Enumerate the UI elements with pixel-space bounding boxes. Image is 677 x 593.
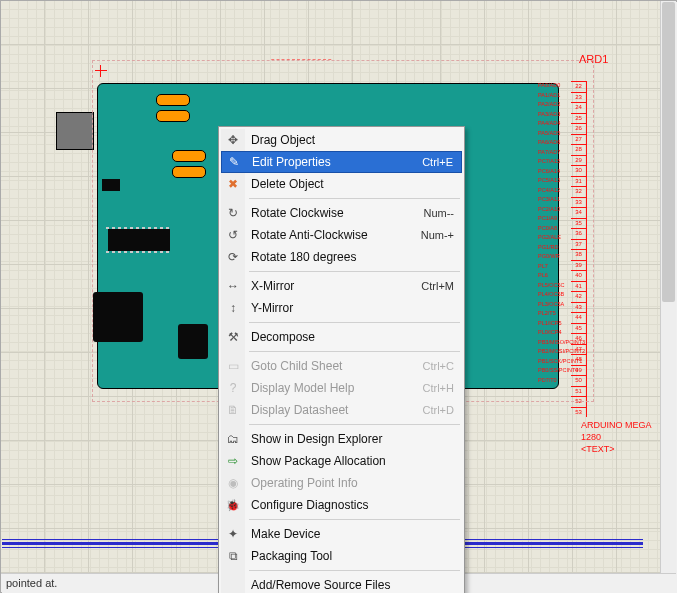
menu-item-label: Display Datasheet (251, 403, 423, 417)
menu-item-packaging-tool[interactable]: ⧉Packaging Tool (221, 545, 462, 567)
menu-item-x-mirror[interactable]: ↔X-MirrorCtrl+M (221, 275, 462, 297)
pin-label: PC1/A9 (538, 214, 573, 224)
menu-item-label: Drag Object (251, 133, 454, 147)
menu-item-shortcut: Ctrl+D (423, 404, 454, 416)
help-icon: ? (225, 380, 241, 396)
pin-labels-right: PA0/AD0PA1/AD1PA2/AD2PA3/AD3PA4/AD4PA5/A… (538, 81, 573, 389)
pin-number: 53 (571, 407, 587, 418)
scrollbar-thumb[interactable] (662, 2, 675, 302)
pin-label: PA0/AD0 (538, 81, 573, 91)
move-icon: ✥ (225, 132, 241, 148)
pin-label: PA4/AD4 (538, 119, 573, 129)
menu-item-label: Add/Remove Source Files (251, 578, 454, 592)
pin-number: 47 (571, 344, 587, 355)
pin-number: 49 (571, 365, 587, 376)
menu-item-rotate-180-degrees[interactable]: ⟳Rotate 180 degrees (221, 246, 462, 268)
make-icon: ✦ (225, 526, 241, 542)
pin-label: PG0/WR (538, 252, 573, 262)
part-name: ARDUINO MEGA 1280 (581, 419, 660, 443)
blank-icon (225, 577, 241, 593)
menu-separator (249, 570, 460, 571)
pin-number: 35 (571, 218, 587, 229)
info-icon: ◉ (225, 475, 241, 491)
top-pin-marks: ~ ~ ~ ~ ~ ~ ~ ~ ~ ~ ~ ~ (271, 56, 331, 62)
pin-label: PA1/AD1 (538, 91, 573, 101)
menu-item-show-package-allocation[interactable]: ⇨Show Package Allocation (221, 450, 462, 472)
menu-item-edit-properties[interactable]: ✎Edit PropertiesCtrl+E (221, 151, 462, 173)
pin-number: 41 (571, 281, 587, 292)
pin-label: PB2/MOSI/PCINT2 (538, 347, 573, 357)
menu-item-label: Configure Diagnostics (251, 498, 454, 512)
hammer-icon: ⚒ (225, 329, 241, 345)
menu-separator (249, 198, 460, 199)
menu-item-operating-point-info: ◉Operating Point Info (221, 472, 462, 494)
pin-number: 36 (571, 228, 587, 239)
menu-item-shortcut: Ctrl+C (423, 360, 454, 372)
bug-icon: 🐞 (225, 497, 241, 513)
vertical-scrollbar[interactable] (660, 1, 676, 573)
menu-item-y-mirror[interactable]: ↕Y-Mirror (221, 297, 462, 319)
pin-label: PL0/ICP4 (538, 328, 573, 338)
pin-number: 43 (571, 302, 587, 313)
menu-separator (249, 519, 460, 520)
menu-item-decompose[interactable]: ⚒Decompose (221, 326, 462, 348)
menu-item-add-remove-source-files[interactable]: Add/Remove Source Files (221, 574, 462, 593)
menu-item-label: Display Model Help (251, 381, 423, 395)
pin-number: 48 (571, 354, 587, 365)
menu-item-rotate-anti-clockwise[interactable]: ↺Rotate Anti-ClockwiseNum-+ (221, 224, 462, 246)
pin-label: PC6/A14 (538, 167, 573, 177)
pin-label: PG2/ALE (538, 233, 573, 243)
pin-label: PG1/RD (538, 243, 573, 253)
menu-item-shortcut: Ctrl+M (421, 280, 454, 292)
menu-item-label: X-Mirror (251, 279, 421, 293)
context-menu[interactable]: ✥Drag Object✎Edit PropertiesCtrl+E✖Delet… (218, 126, 465, 593)
menu-item-configure-diagnostics[interactable]: 🐞Configure Diagnostics (221, 494, 462, 516)
pin-label: PL5/OC5C (538, 281, 573, 291)
ic-1 (108, 229, 170, 251)
pin-number: 27 (571, 134, 587, 145)
usb-connector (56, 112, 94, 150)
pin-label: PB3/MISO/PCINT3 (538, 338, 573, 348)
pin-number: 24 (571, 102, 587, 113)
pin-label: PL7 (538, 262, 573, 272)
package2-icon: ⧉ (225, 548, 241, 564)
pin-number: 50 (571, 375, 587, 386)
pin-label: PA6/AD6 (538, 138, 573, 148)
pin-number: 22 (571, 81, 587, 92)
menu-item-show-in-design-explorer[interactable]: 🗂Show in Design Explorer (221, 428, 462, 450)
child-icon: ▭ (225, 358, 241, 374)
pin-label: PL2/T5 (538, 309, 573, 319)
menu-item-rotate-clockwise[interactable]: ↻Rotate ClockwiseNum-- (221, 202, 462, 224)
pin-number: 40 (571, 270, 587, 281)
pin-label: PC2/A10 (538, 205, 573, 215)
datasheet-icon: 🗎 (225, 402, 241, 418)
menu-item-label: Rotate Anti-Clockwise (251, 228, 421, 242)
status-text: pointed at. (6, 577, 57, 589)
cap-1 (156, 94, 190, 106)
package-icon: ⇨ (225, 453, 241, 469)
pin-label: PC5/A13 (538, 176, 573, 186)
pin-number: 44 (571, 312, 587, 323)
pin-numbers-right: 2223242526272829303132333435363738394041… (571, 81, 587, 417)
edit-icon: ✎ (226, 154, 242, 170)
pin-number: 26 (571, 123, 587, 134)
menu-item-label: Show in Design Explorer (251, 432, 454, 446)
pin-label: PC3/A11 (538, 195, 573, 205)
pin-label: PA3/AD3 (538, 110, 573, 120)
pin-number: 34 (571, 207, 587, 218)
menu-item-shortcut: Num-+ (421, 229, 454, 241)
origin-marker (95, 65, 107, 77)
menu-item-delete-object[interactable]: ✖Delete Object (221, 173, 462, 195)
pin-label: PL4/OC5B (538, 290, 573, 300)
pin-label: PC0/A8 (538, 224, 573, 234)
menu-item-drag-object[interactable]: ✥Drag Object (221, 129, 462, 151)
pin-number: 45 (571, 323, 587, 334)
menu-item-label: Delete Object (251, 177, 454, 191)
menu-item-label: Rotate 180 degrees (251, 250, 454, 264)
rotate-ccw-icon: ↺ (225, 227, 241, 243)
menu-item-make-device[interactable]: ✦Make Device (221, 523, 462, 545)
pin-number: 46 (571, 333, 587, 344)
pin-label: PA5/AD5 (538, 129, 573, 139)
explorer-icon: 🗂 (225, 431, 241, 447)
menu-item-shortcut: Num-- (423, 207, 454, 219)
